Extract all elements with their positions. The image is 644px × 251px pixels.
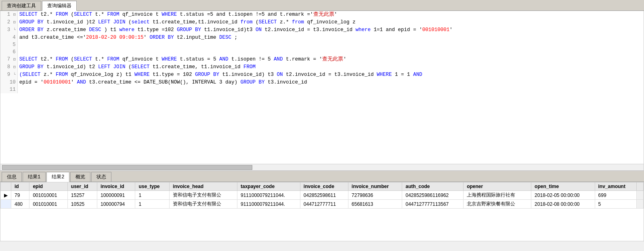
line-number: 6 [0,48,17,56]
tab-overview[interactable]: 概览 [70,172,90,182]
cell-use_type: 1 [135,191,170,200]
col-header-inv_amount: inv_amount [595,182,636,191]
cell-invoice_id: 100000091 [97,191,135,200]
code-line: 10 epid = '001010001' AND t3.create_time… [0,79,644,86]
cell-invoice_number: 65681613 [348,200,402,209]
col-header-invoice_code: invoice_code [300,182,348,191]
code-text [17,41,644,48]
tab-info[interactable]: 信息 [2,172,22,182]
tab-result1[interactable]: 结果1 [23,172,46,182]
line-number: 1 ⊟ [0,11,17,19]
cell-opener: 上海携程国际旅行社有 [464,191,531,200]
cell-open_time: 2018-02-05 00:00:00 [531,191,595,200]
arrow-col-header [1,182,11,191]
col-header-open_time: open_time [531,182,595,191]
code-line: 9 └(SELECT z.* FROM qf_invoice_log z) t1… [0,71,644,79]
col-header-invoice_number: invoice_number [348,182,402,191]
tab-result2[interactable]: 结果2 [46,172,69,182]
col-header-epid: epid [29,182,67,191]
cell-inv_amount: 699 [595,191,636,200]
row-arrow: ▶ [1,191,11,200]
table-row: 480001010001105251000007941资和信电子支付有限公911… [1,200,644,209]
code-text: (SELECT z.* FROM qf_invoice_log z) t1 WH… [17,71,644,79]
code-text: and t3.create_time <='2018-02-20 09:00:1… [17,34,644,41]
col-header-opener: opener [464,182,531,191]
data-table: idepiduser_idinvoice_iduse_typeinvoice_h… [0,182,644,209]
code-text: epid = '001010001' AND t3.create_time <=… [17,79,644,86]
cell-id: 480 [11,200,29,209]
tab-status[interactable]: 状态 [91,172,111,182]
line-number: 5 [0,41,17,48]
cell-invoice_head: 资和信电子支付有限公 [170,191,237,200]
top-tabs-bar: 查询创建工具 查询编辑器 [0,0,644,11]
code-text: GROUP BY t.invoice_id )t2 LEFT JOIN (sel… [17,19,644,26]
app-container: 查询创建工具 查询编辑器 1 ⊟SELECT t2.* FROM (SELECT… [0,0,644,241]
cell-taxpayer_code: 9111000079211044. [237,191,300,200]
code-line: 1 ⊟SELECT t2.* FROM (SELECT t.* FROM qf_… [0,11,644,19]
code-line: 4and t3.create_time <='2018-02-20 09:00:… [0,34,644,41]
code-line: 6 [0,48,644,56]
line-number: 4 [0,34,17,41]
line-number: 7 ⊟ [0,56,17,63]
col-header-user_id: user_id [67,182,97,191]
cell-user_id: 10525 [67,200,97,209]
cell-id: 79 [11,191,29,200]
line-number: 11 [0,86,17,93]
code-line: 7 ⊟SELECT t2.* FROM (SELECT t.* FROM qf_… [0,56,644,63]
sql-editor[interactable]: 1 ⊟SELECT t2.* FROM (SELECT t.* FROM qf_… [0,11,644,164]
line-number: 2 ⊟ [0,19,17,26]
code-line: 8 ⊟GROUP BY t.invoice_id) t2 LEFT JOIN (… [0,63,644,71]
col-header-auth_code: auth_code [402,182,464,191]
code-text: SELECT t2.* FROM (SELECT t.* FROM qf_inv… [17,56,644,63]
line-number: 8 ⊟ [0,63,17,71]
scrollbar-thumb[interactable] [2,165,252,170]
cell-invoice_id: 100000794 [97,200,135,209]
tab-query-builder[interactable]: 查询创建工具 [2,1,41,10]
code-text: ORDER BY z.create_time DESC ) t1 where t… [17,26,644,34]
cell-epid: 001010001 [29,191,67,200]
line-number: 9 └ [0,71,17,79]
code-line: 11 [0,86,644,93]
col-header-invoice_head: invoice_head [170,182,237,191]
table-row: ▶79001010001152571000000911资和信电子支付有限公911… [1,191,644,200]
cell-user_id: 15257 [67,191,97,200]
bottom-tabs-bar: 信息 结果1 结果2 概览 状态 [0,171,644,182]
cell-invoice_head: 资和信电子支付有限公 [170,200,237,209]
code-text [17,48,644,56]
code-line: 2 ⊟GROUP BY t.invoice_id )t2 LEFT JOIN (… [0,19,644,26]
editor-scrollbar[interactable] [0,164,644,171]
line-number: 10 [0,79,17,86]
cell-auth_code: 0428525986116962 [402,191,464,200]
code-text [17,86,644,93]
results-table-area: idepiduser_idinvoice_iduse_typeinvoice_h… [0,182,644,241]
code-text: SELECT t2.* FROM (SELECT t.* FROM qf_inv… [17,11,644,19]
code-text: GROUP BY t.invoice_id) t2 LEFT JOIN (SEL… [17,63,644,71]
cell-use_type: 1 [135,200,170,209]
line-number: 3 └ [0,26,17,34]
col-header-use_type: use_type [135,182,170,191]
cell-inv_amount: 5 [595,200,636,209]
code-lines: 1 ⊟SELECT t2.* FROM (SELECT t.* FROM qf_… [0,11,644,93]
col-header-id: id [11,182,29,191]
col-header-invoice_id: invoice_id [97,182,135,191]
cell-open_time: 2018-02-08 00:00:00 [531,200,595,209]
cell-invoice_code: 044712777711 [300,200,348,209]
cell-opener: 北京吉野家快餐有限公 [464,200,531,209]
tab-query-editor[interactable]: 查询编辑器 [42,1,77,11]
code-line: 3 └ORDER BY z.create_time DESC ) t1 wher… [0,26,644,34]
row-arrow [1,200,11,209]
cell-epid: 001010001 [29,200,67,209]
cell-auth_code: 0447127777113567 [402,200,464,209]
code-line: 5 [0,41,644,48]
cell-taxpayer_code: 9111000079211044. [237,200,300,209]
cell-invoice_code: 042852598611 [300,191,348,200]
cell-invoice_number: 72798636 [348,191,402,200]
col-header-taxpayer_code: taxpayer_code [237,182,300,191]
